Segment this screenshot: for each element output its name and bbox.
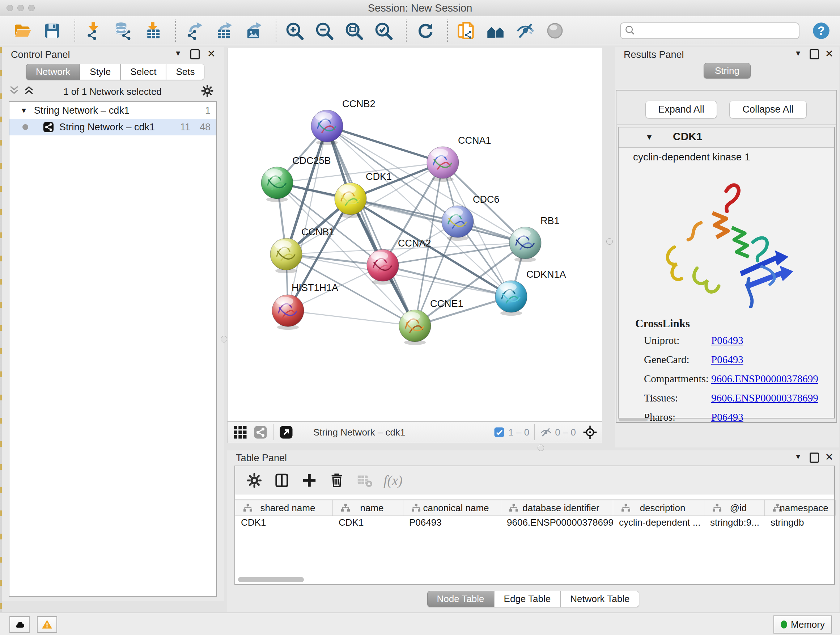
tab-network[interactable]: Network <box>26 64 80 80</box>
table-horizontal-scrollbar[interactable] <box>238 577 304 582</box>
add-column-icon[interactable] <box>301 472 317 489</box>
column-header-namespace[interactable]: namespace <box>765 500 836 516</box>
close-panel-icon[interactable]: ✕ <box>207 48 216 60</box>
column-header-shared-name[interactable]: shared name <box>235 500 333 516</box>
help-button[interactable]: ? <box>812 21 831 40</box>
hide-selected-button[interactable] <box>515 21 535 41</box>
selected-checkbox-icon[interactable] <box>493 426 505 439</box>
refresh-layout-button[interactable] <box>415 21 435 41</box>
crosshair-icon[interactable] <box>583 424 598 440</box>
network-node-CCNA1[interactable]: CCNA1 <box>427 135 491 182</box>
table-cell[interactable]: CDK1 <box>235 515 333 530</box>
network-options-gear-icon[interactable] <box>201 84 214 98</box>
vertical-splitter-handle[interactable] <box>606 238 613 245</box>
network-graph[interactable]: CCNB2CCNA1CDC25BCDK1CDC6RB1CCNB1CCNA2CDK… <box>227 48 602 421</box>
gene-details: cyclin-dependent kinase 1 <box>619 148 834 418</box>
collection-expand-icon[interactable]: ▼ <box>20 106 27 115</box>
crosslink-link[interactable]: P06493 <box>711 334 744 347</box>
tab-select[interactable]: Select <box>120 64 166 80</box>
split-columns-icon[interactable] <box>273 472 290 489</box>
crosslink-link[interactable]: P06493 <box>711 411 744 423</box>
tab-style[interactable]: Style <box>80 64 120 80</box>
network-node-RB1[interactable]: RB1 <box>509 215 560 262</box>
network-edge-CCNB2-CCNA1[interactable] <box>327 126 443 163</box>
network-node-CDC25B[interactable]: CDC25B <box>261 155 331 202</box>
crosslink-link[interactable]: P06493 <box>711 354 744 366</box>
horizontal-splitter-handle[interactable] <box>538 445 544 451</box>
cloud-button[interactable] <box>9 616 30 633</box>
float-panel-icon[interactable] <box>190 49 200 62</box>
gene-collapse-icon[interactable]: ▼ <box>645 133 653 142</box>
network-canvas[interactable]: CCNB2CCNA1CDC25BCDK1CDC6RB1CCNB1CCNA2CDK… <box>227 48 602 421</box>
table-cell[interactable]: P06493 <box>403 515 501 530</box>
close-panel-icon[interactable]: ✕ <box>825 48 834 60</box>
table-cell[interactable]: stringdb <box>765 515 836 530</box>
close-panel-icon[interactable]: ✕ <box>825 451 834 463</box>
table-settings-icon[interactable] <box>246 472 263 489</box>
float-panel-icon[interactable] <box>810 49 819 62</box>
search-input[interactable] <box>635 25 799 36</box>
zoom-selected-button[interactable] <box>373 21 393 41</box>
column-header-name[interactable]: name <box>333 500 403 516</box>
zoom-fit-button[interactable] <box>344 21 364 41</box>
clone-network-button[interactable] <box>456 21 476 41</box>
crosslink-link[interactable]: 9606.ENSP00000378699 <box>711 392 818 404</box>
network-row-selected[interactable]: String Network – cdk1 11 48 <box>9 119 216 135</box>
panel-menu-icon[interactable]: ▼ <box>174 49 182 57</box>
export-table-button[interactable] <box>213 21 234 41</box>
import-network-database-button[interactable] <box>113 21 133 41</box>
table-cell[interactable]: 9606.ENSP00000378699 <box>501 515 613 530</box>
panel-menu-icon[interactable]: ▼ <box>794 453 802 461</box>
network-node-CDKN1A[interactable]: CDKN1A <box>495 269 566 316</box>
expand-all-button[interactable]: Expand All <box>645 101 717 119</box>
table-cell[interactable]: CDK1 <box>333 515 403 530</box>
network-node-CCNA2[interactable]: CCNA2 <box>367 238 431 285</box>
function-builder-icon[interactable]: f(x) <box>384 472 403 488</box>
hidden-eye-icon[interactable] <box>540 426 552 439</box>
results-horizontal-scrollbar[interactable] <box>619 418 647 421</box>
import-network-button[interactable] <box>83 21 103 41</box>
search-box[interactable] <box>620 22 799 39</box>
warnings-button[interactable] <box>37 616 57 633</box>
column-header-database-identifier[interactable]: database identifier <box>501 500 613 516</box>
crosslink-link[interactable]: 9606.ENSP00000378699 <box>711 373 818 385</box>
table-row[interactable]: CDK1CDK1P064939606.ENSP00000378699cyclin… <box>235 515 834 530</box>
import-table-button[interactable] <box>142 21 163 41</box>
export-image-button[interactable] <box>243 21 264 41</box>
panel-menu-icon[interactable]: ▼ <box>794 49 802 57</box>
network-collection-row[interactable]: ▼ String Network – cdk1 1 <box>9 102 216 119</box>
network-edge-HIST1H1A-CCNE1[interactable] <box>288 310 415 326</box>
collapse-all-button[interactable]: Collapse All <box>729 101 807 119</box>
export-network-button[interactable] <box>184 21 204 41</box>
column-header-description[interactable]: description <box>613 500 704 516</box>
tab-string[interactable]: String <box>704 63 751 79</box>
first-neighbors-button[interactable] <box>485 21 506 41</box>
table-cell[interactable]: stringdb:9... <box>704 515 765 530</box>
network-overview-share-icon[interactable] <box>253 424 268 440</box>
hierarchy-icon <box>239 502 249 513</box>
zoom-in-button[interactable] <box>284 21 305 41</box>
tab-network-table[interactable]: Network Table <box>561 591 639 607</box>
tab-edge-table[interactable]: Edge Table <box>494 591 561 607</box>
network-node-HIST1H1A[interactable]: HIST1H1A <box>272 282 338 330</box>
open-session-button[interactable] <box>12 21 33 41</box>
zoom-out-button[interactable] <box>314 21 334 41</box>
detach-view-icon[interactable] <box>279 424 294 440</box>
memory-button[interactable]: Memory <box>774 616 832 633</box>
network-edge-CDK1-RB1[interactable] <box>351 199 525 243</box>
column-header-id[interactable]: @id <box>704 500 765 516</box>
delete-column-icon[interactable] <box>328 472 345 489</box>
column-header-canonical-name[interactable]: canonical name <box>403 500 501 516</box>
network-edge-CCNB2-CCNE1[interactable] <box>327 126 415 326</box>
network-node-CCNB1[interactable]: CCNB1 <box>270 226 335 273</box>
gene-section-header[interactable]: ▼ CDK1 <box>619 127 834 148</box>
vertical-splitter-handle[interactable] <box>221 336 227 342</box>
tab-node-table[interactable]: Node Table <box>427 591 494 607</box>
table-cell[interactable]: cyclin-dependent ... <box>613 515 704 530</box>
node-table: f(x) shared namenamecanonical namedataba… <box>234 466 835 585</box>
show-all-button[interactable] <box>545 21 565 41</box>
save-session-button[interactable] <box>42 21 62 41</box>
float-panel-icon[interactable] <box>810 453 819 465</box>
tab-sets[interactable]: Sets <box>166 64 204 80</box>
birdseye-view-icon[interactable] <box>233 424 248 440</box>
